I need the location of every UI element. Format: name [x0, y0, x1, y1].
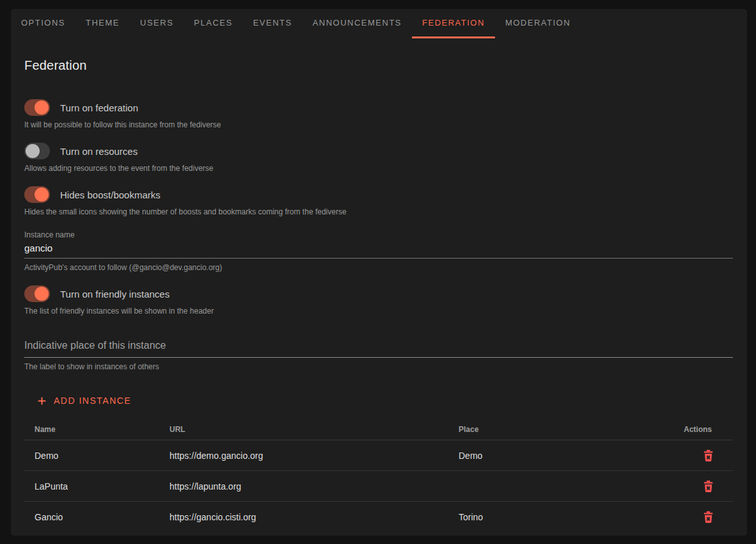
instance-name-cell: Gancio	[24, 512, 169, 522]
instance-name-hint: ActivityPub's account to follow (@gancio…	[24, 263, 733, 272]
instances-table-header: Name URL Place Actions	[24, 419, 733, 440]
instance-place-cell: Demo	[459, 451, 637, 461]
resources-toggle-hint: Allows adding resources to the event fro…	[24, 164, 733, 173]
friendly-instances-toggle[interactable]	[24, 285, 50, 302]
delete-instance-button[interactable]	[700, 507, 716, 527]
instance-place-cell: Torino	[459, 512, 637, 522]
federation-toggle[interactable]	[24, 99, 50, 116]
instance-name-cell: Demo	[24, 451, 169, 461]
friendly-instances-toggle-hint: The list of friendly instances will be s…	[24, 307, 733, 316]
table-row: LaPunta https://lapunta.org	[24, 471, 733, 502]
instance-url-cell: https://demo.gancio.org	[169, 451, 459, 461]
setting-boost: Hides boost/bookmarks Hides the small ic…	[24, 186, 733, 216]
delete-instance-button[interactable]	[700, 445, 716, 466]
trash-x-icon	[702, 479, 715, 494]
tab-federation[interactable]: FEDERATION	[412, 9, 495, 38]
instance-name-field: Instance name ActivityPub's account to f…	[24, 230, 733, 272]
instance-name-label: Instance name	[24, 230, 733, 239]
instance-place-input[interactable]	[24, 339, 733, 358]
instance-name-cell: LaPunta	[24, 481, 169, 492]
tab-announcements[interactable]: ANNOUNCEMENTS	[303, 9, 412, 38]
column-header-actions: Actions	[637, 425, 733, 434]
boost-bookmarks-toggle[interactable]	[24, 186, 50, 203]
federation-toggle-hint: It will be possible to follow this insta…	[24, 120, 733, 129]
plus-icon	[36, 395, 48, 407]
table-row: Demo https://demo.gancio.org Demo	[24, 440, 733, 471]
resources-toggle[interactable]	[24, 143, 50, 159]
instances-table: Name URL Place Actions Demo https://demo…	[24, 419, 733, 532]
instance-place-hint: The label to show in instances of others	[24, 362, 733, 371]
tab-users[interactable]: USERS	[130, 9, 184, 38]
toggle-thumb	[35, 100, 49, 115]
tab-theme[interactable]: THEME	[75, 9, 130, 38]
column-header-place: Place	[459, 425, 637, 434]
table-row: Gancio https://gancio.cisti.org Torino	[24, 502, 733, 532]
instance-place-field: The label to show in instances of others	[24, 339, 733, 371]
page-title: Federation	[24, 58, 733, 73]
delete-instance-button[interactable]	[700, 476, 716, 497]
setting-federation: Turn on federation It will be possible t…	[24, 99, 733, 129]
tab-moderation[interactable]: MODERATION	[495, 9, 581, 38]
setting-resources: Turn on resources Allows adding resource…	[24, 143, 733, 173]
tab-places[interactable]: PLACES	[184, 9, 242, 38]
setting-friendly-instances: Turn on friendly instances The list of f…	[24, 285, 733, 316]
federation-toggle-label: Turn on federation	[60, 102, 138, 113]
tab-options[interactable]: OPTIONS	[11, 9, 75, 38]
trash-x-icon	[702, 509, 715, 525]
add-instance-button[interactable]: ADD INSTANCE	[31, 389, 136, 412]
toggle-thumb	[35, 287, 49, 301]
instance-url-cell: https://lapunta.org	[169, 481, 459, 492]
admin-tabs: OPTIONS THEME USERS PLACES EVENTS ANNOUN…	[11, 9, 747, 38]
column-header-url: URL	[169, 425, 459, 434]
tab-events[interactable]: EVENTS	[243, 9, 303, 38]
trash-x-icon	[702, 448, 715, 463]
friendly-instances-toggle-label: Turn on friendly instances	[60, 289, 169, 300]
instance-name-input[interactable]	[24, 239, 733, 259]
boost-bookmarks-toggle-label: Hides boost/bookmarks	[60, 189, 161, 200]
toggle-thumb	[35, 188, 49, 202]
column-header-name: Name	[24, 425, 169, 434]
add-instance-button-label: ADD INSTANCE	[54, 396, 131, 406]
instance-url-cell: https://gancio.cisti.org	[169, 512, 459, 522]
resources-toggle-label: Turn on resources	[60, 146, 138, 157]
admin-panel-card: OPTIONS THEME USERS PLACES EVENTS ANNOUN…	[11, 9, 747, 536]
boost-bookmarks-toggle-hint: Hides the small icons showing the number…	[24, 207, 733, 216]
toggle-thumb	[26, 144, 40, 158]
federation-settings: Federation Turn on federation It will be…	[11, 58, 747, 532]
